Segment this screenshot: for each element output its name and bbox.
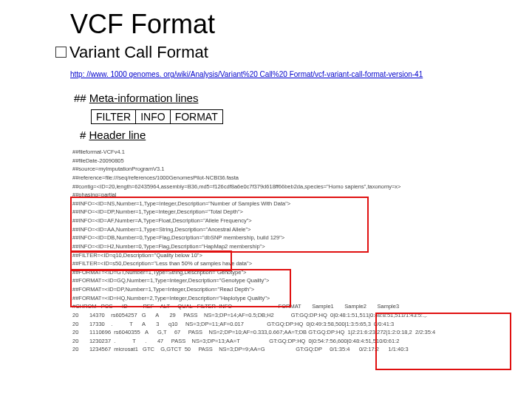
cell: 29: [169, 311, 183, 320]
cell: 0/2:17:2: [359, 345, 389, 354]
cell: 20: [72, 345, 89, 354]
cell: A: [145, 328, 157, 337]
cell: .: [114, 337, 132, 346]
meta-info-label: Meta-information lines: [89, 92, 199, 104]
vcf-meta-line: ##INFO=<ID=NS,Number=1,Type=Integer,Desc…: [72, 200, 510, 208]
key-terms-row: FILTERINFOFORMAT: [91, 109, 222, 124]
slide-subtitle: Variant Call Format: [55, 43, 208, 62]
vcf-data-row: 20 1230237 . T . 47 PASS NS=3;DP=13;AA=T…: [72, 337, 510, 346]
cell: 20: [72, 320, 89, 329]
cell: ID: [122, 302, 143, 311]
vcf-meta-line: ##FILTER=<ID=s50,Description="Less than …: [72, 259, 510, 268]
vcf-data-row: 20 14370 rs6054257 G A 29 PASS NS=3;DP=1…: [72, 311, 510, 320]
cell: .: [111, 320, 129, 329]
cell: 1230237: [89, 337, 114, 346]
cell: Sample1: [312, 302, 344, 311]
cell: G,T: [157, 328, 174, 337]
cell: 1/1:43:5:.,.: [401, 311, 429, 320]
cell: 2/2:35:4: [415, 328, 443, 337]
cell: 0|0:48:4:51,51: [344, 337, 379, 346]
vcf-meta-line: ##contig=<ID=20,length=62435964,assembly…: [72, 183, 510, 191]
cell: 0|0:54:7:56,60: [309, 337, 344, 346]
cell: GT:GQ:DP: [296, 345, 330, 354]
vcf-meta-line: ##fileDate-20090805: [72, 157, 510, 166]
vcf-meta-line: ##FORMAT=<ID=GT,Number=1,Type=String,Des…: [72, 268, 510, 277]
vcf-data-row: 20 1110696 rs6040355 A G,T 67 PASS NS=2;…: [72, 328, 510, 337]
cell: 1|0:48:8:51,51: [366, 311, 401, 320]
slide-title: VCF Format: [70, 9, 215, 40]
cell: 0|0:49:3:58,50: [307, 320, 342, 329]
vcf-meta-line: ##phasing=partial: [72, 191, 510, 200]
cell: 67: [174, 328, 188, 337]
key-term: FILTER: [91, 109, 136, 124]
cell: T: [132, 337, 145, 346]
cell: rs6054257: [111, 311, 142, 320]
vcf-meta-line: ##INFO=<ID=AF,Number=A,Type=Float,Descri…: [72, 216, 510, 225]
key-term: FORMAT: [170, 109, 223, 124]
cell: QUAL: [177, 302, 197, 311]
cell: A: [142, 320, 156, 329]
reference-url[interactable]: http: //www. 1000 genomes. org/wiki/Anal…: [70, 70, 423, 78]
vcf-meta-line: ##INFO=<ID=H2,Number=0,Type=Flag,Descrip…: [72, 242, 510, 251]
cell: G,GTCT: [160, 345, 184, 354]
cell: Sample2: [344, 302, 377, 311]
key-term: INFO: [135, 109, 170, 124]
vcf-meta-line: ##FILTER=<ID=q10,Description="Quality be…: [72, 251, 510, 260]
subtitle-text: Variant Call Format: [69, 43, 208, 61]
cell: GTC: [143, 345, 160, 354]
vcf-data-row: 20 1234567 microsat1 GTC G,GTCT 50 PASS …: [72, 345, 510, 354]
cell: Sample3: [378, 302, 409, 311]
vcf-meta-line: ##FORMAT=<ID=HQ,Number=2,Type=Integer,De…: [72, 294, 510, 303]
cell: GT:GQ:DP:HQ: [269, 337, 308, 346]
cell: A: [155, 311, 169, 320]
cell: NS=2;DP=10;AF=0.333,0.667;AA=T;DB: [208, 328, 308, 337]
cell: FILTER: [197, 302, 219, 311]
cell: 1/1:40:3: [389, 345, 417, 354]
cell: NS=3;DP=9;AA=G: [219, 345, 296, 354]
cell: T: [129, 320, 142, 329]
cell: rs6040355: [114, 328, 145, 337]
cell: PASS: [183, 311, 204, 320]
cell: 20: [72, 337, 89, 346]
vcf-meta-line: ##FORMAT=<ID=DP,Number=1,Type=Integer,De…: [72, 285, 510, 294]
cell: #CHROM: [72, 302, 101, 311]
cell: 0/1:35:4: [330, 345, 359, 354]
cell: GT:GQ:DP:HQ: [291, 311, 330, 320]
cell: REF: [143, 302, 160, 311]
cell: 1|2:21:6:23,27: [347, 328, 383, 337]
cell: 0/0:41:3: [374, 320, 402, 329]
cell: ALT: [160, 302, 177, 311]
cell: microsat1: [114, 345, 143, 354]
cell: 0|0:48:1:51,51: [330, 311, 366, 320]
cell: GT:GQ:DP:HQ: [308, 328, 347, 337]
cell: .: [145, 337, 157, 346]
cell: G: [142, 311, 155, 320]
meta-info-heading: ## Meta-information lines: [74, 92, 198, 104]
cell: 47: [157, 337, 171, 346]
vcf-data-row: 20 17330 . T A 3 q10 NS=3;DP=11;AF=0.017…: [72, 320, 510, 329]
header-line-heading: # Header line: [80, 129, 146, 141]
hash-prefix-single: #: [80, 129, 86, 141]
cell: PASS: [188, 328, 209, 337]
vcf-header-row: #CHROM POS ID REF ALT QUAL FILTER INFO F…: [72, 302, 510, 311]
cell: NS=3;DP=11;AF=0.017: [185, 320, 267, 329]
cell: 1110696: [89, 328, 114, 337]
vcf-meta-line: ##fileformat-VCFv4.1: [72, 148, 510, 157]
cell: 0|1:3:5:65,3: [341, 320, 374, 329]
vcf-meta-line: ##reference=file:///seq/references/1000G…: [72, 174, 510, 183]
cell: 1234567: [89, 345, 114, 354]
cell: FORMAT: [279, 302, 313, 311]
cell: NS=3;DP=14;AF=0.5;DB;H2: [204, 311, 291, 320]
vcf-meta-line: ##source=myImputationProgramV3.1: [72, 165, 510, 174]
cell: NS=3;DP=13;AA=T: [192, 337, 270, 346]
cell: POS: [101, 302, 122, 311]
cell: PASS: [171, 337, 192, 346]
vcf-meta-line: ##INFO=<ID=DB,Number=0,Type=Flag,Descrip…: [72, 233, 510, 242]
cell: 14370: [89, 311, 111, 320]
vcf-meta-line: ##FORMAT=<ID=GQ,Number=1,Type=Integer,De…: [72, 276, 510, 285]
cell: 20: [72, 328, 89, 337]
bullet-icon: [55, 47, 66, 58]
cell: 3: [156, 320, 168, 329]
vcf-meta-line: ##INFO=<ID=DP,Number=1,Type=Integer,Desc…: [72, 208, 510, 216]
hash-prefix: ##: [74, 92, 86, 104]
